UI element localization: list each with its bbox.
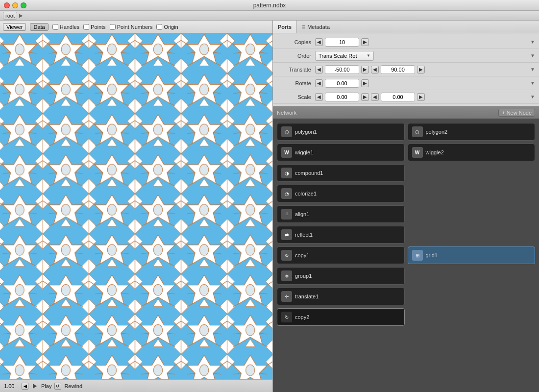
- node-translate1[interactable]: ✛ translate1: [277, 288, 405, 305]
- compound1-icon: ◑: [281, 168, 292, 178]
- play-button[interactable]: [31, 383, 38, 390]
- node-wiggle1[interactable]: W wiggle1: [277, 144, 405, 161]
- node-group1[interactable]: ❖ group1: [277, 267, 405, 285]
- colorize1-icon: ◔: [281, 188, 292, 199]
- checkbox-points[interactable]: Points: [83, 24, 106, 30]
- network-title: Network: [277, 110, 296, 116]
- node-copy1[interactable]: ↻ copy1: [277, 246, 405, 264]
- maximize-button[interactable]: [21, 2, 26, 8]
- reflect1-label: reflect1: [295, 232, 313, 238]
- metadata-icon: ≡: [302, 24, 305, 30]
- copies-expand[interactable]: ▼: [530, 39, 535, 45]
- tab-metadata[interactable]: ≡ Metadata: [297, 21, 335, 33]
- window-controls[interactable]: [4, 2, 26, 8]
- viewer-canvas[interactable]: [0, 33, 272, 379]
- group1-icon: ❖: [281, 270, 292, 281]
- copies-increment[interactable]: ▶: [361, 38, 369, 46]
- translate-y-increment[interactable]: ▶: [417, 66, 425, 74]
- rotate-increment[interactable]: ▶: [361, 79, 369, 87]
- wiggle2-label: wiggle2: [426, 149, 444, 155]
- point-numbers-checkbox[interactable]: [110, 24, 116, 30]
- checkbox-handles[interactable]: Handles: [52, 24, 79, 30]
- breadcrumb-bar: root ▶: [0, 11, 539, 21]
- points-checkbox[interactable]: [83, 24, 89, 30]
- handles-checkbox[interactable]: [52, 24, 58, 30]
- scale-y-value[interactable]: 0.00: [381, 93, 415, 101]
- node-grid1[interactable]: ⊞ grid1: [408, 246, 536, 264]
- polygon1-icon: ⬡: [281, 126, 292, 137]
- group1-label: group1: [295, 273, 312, 279]
- translate-expand[interactable]: ▼: [530, 67, 535, 72]
- left-panel: Viewer Data Handles Points Point Numbers…: [0, 21, 273, 392]
- pattern-display: [0, 33, 272, 379]
- tab-ports[interactable]: Ports: [273, 21, 297, 33]
- node-reflect1[interactable]: ⇄ reflect1: [277, 226, 405, 244]
- copy1-icon: ↻: [281, 250, 292, 261]
- new-node-button[interactable]: + New Node: [498, 109, 535, 117]
- breadcrumb-root[interactable]: root: [3, 12, 17, 20]
- origin-label: Origin: [164, 24, 178, 30]
- order-dropdown[interactable]: Trans Scale Rot ▼: [315, 51, 374, 61]
- node-compound1[interactable]: ◑ compound1: [277, 164, 405, 182]
- translate-x-value[interactable]: -50.00: [325, 65, 359, 74]
- tab-viewer[interactable]: Viewer: [3, 23, 26, 31]
- close-button[interactable]: [4, 2, 10, 8]
- zoom-value: 1.00: [4, 383, 19, 389]
- copy2-icon: ↻: [281, 312, 292, 322]
- rotate-value[interactable]: 0.00: [325, 79, 359, 88]
- colorize1-label: colorize1: [295, 191, 317, 196]
- wiggle1-icon: W: [281, 147, 292, 158]
- minimize-button[interactable]: [12, 2, 18, 8]
- order-control: Trans Scale Rot ▼: [315, 51, 530, 61]
- metadata-label: Metadata: [307, 24, 330, 30]
- checkbox-origin[interactable]: Origin: [156, 24, 178, 30]
- reflect1-icon: ⇄: [281, 229, 292, 240]
- translate-y-decrement[interactable]: ◀: [371, 66, 379, 74]
- order-expand[interactable]: ▼: [530, 53, 535, 58]
- step-back-button[interactable]: ◀: [22, 383, 28, 390]
- polygon1-label: polygon1: [295, 129, 317, 135]
- scale-y-decrement[interactable]: ◀: [371, 93, 379, 101]
- node-colorize1[interactable]: ◔ colorize1: [277, 185, 405, 202]
- translate1-icon: ✛: [281, 291, 292, 302]
- translate-row: Translate ◀ -50.00 ▶ ◀ 90.00 ▶ ▼: [273, 63, 539, 76]
- scale-expand[interactable]: ▼: [530, 94, 535, 99]
- rotate-expand[interactable]: ▼: [530, 80, 535, 86]
- scale-x-value[interactable]: 0.00: [325, 93, 359, 101]
- translate-x-decrement[interactable]: ◀: [315, 66, 323, 74]
- origin-checkbox[interactable]: [156, 24, 162, 30]
- order-dropdown-arrow: ▼: [367, 53, 370, 58]
- rotate-control: ◀ 0.00 ▶: [315, 79, 530, 88]
- translate-x-increment[interactable]: ▶: [361, 66, 369, 74]
- rewind-icon[interactable]: ↺: [54, 383, 61, 390]
- node-grid: ⬡ polygon1 ⬡ polygon2 W wiggle1 W wigg: [277, 123, 535, 326]
- copies-decrement[interactable]: ◀: [315, 38, 323, 46]
- translate-y-value[interactable]: 90.00: [381, 65, 415, 74]
- copy2-label: copy2: [295, 314, 309, 320]
- node-align1[interactable]: ⠿ align1: [277, 205, 405, 223]
- scale-x-decrement[interactable]: ◀: [315, 93, 323, 101]
- scale-x-increment[interactable]: ▶: [361, 93, 369, 101]
- geometric-pattern: [0, 33, 272, 379]
- window-title: pattern.ndbx: [253, 2, 286, 9]
- node-copy2[interactable]: ↻ copy2: [277, 308, 405, 326]
- node-polygon2[interactable]: ⬡ polygon2: [408, 123, 536, 141]
- scale-control: ◀ 0.00 ▶ ◀ 0.00 ▶: [315, 93, 530, 101]
- scale-row: Scale ◀ 0.00 ▶ ◀ 0.00 ▶ ▼: [273, 90, 539, 104]
- rewind-label: Rewind: [64, 383, 82, 389]
- rotate-decrement[interactable]: ◀: [315, 79, 323, 87]
- rotate-label: Rotate: [277, 80, 311, 86]
- copies-control: ◀ 10 ▶: [315, 38, 530, 47]
- network-canvas[interactable]: ⬡ polygon1 ⬡ polygon2 W wiggle1 W wigg: [273, 119, 539, 392]
- order-dropdown-value: Trans Scale Rot: [318, 53, 357, 59]
- copies-value[interactable]: 10: [325, 38, 359, 47]
- play-label: Play: [41, 383, 51, 389]
- node-polygon1[interactable]: ⬡ polygon1: [277, 123, 405, 141]
- properties-area: Copies ◀ 10 ▶ ▼ Order Trans Scale Rot ▼ …: [273, 33, 539, 106]
- translate1-label: translate1: [295, 294, 318, 299]
- scale-y-increment[interactable]: ▶: [417, 93, 425, 101]
- checkbox-point-numbers[interactable]: Point Numbers: [110, 24, 153, 30]
- node-wiggle2[interactable]: W wiggle2: [408, 144, 536, 161]
- tab-data[interactable]: Data: [30, 23, 48, 31]
- grid1-label: grid1: [426, 252, 438, 258]
